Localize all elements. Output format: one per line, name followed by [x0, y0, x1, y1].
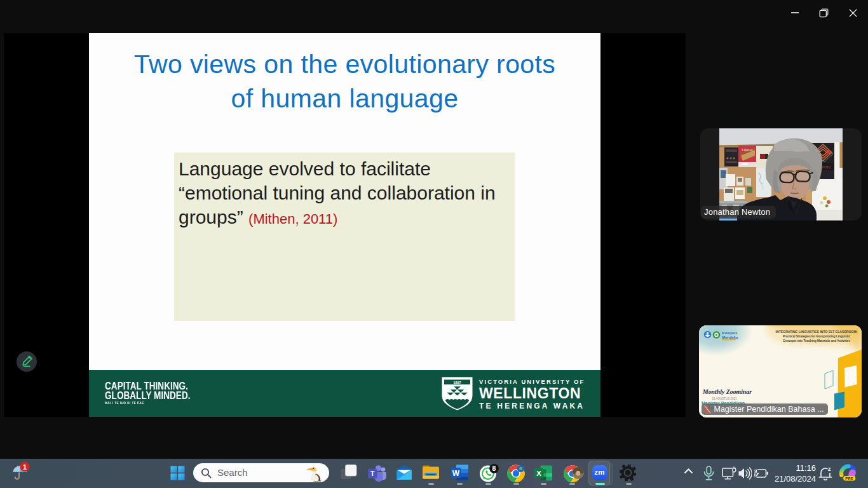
svg-text:8: 8: [492, 464, 496, 472]
svg-text:1897: 1897: [453, 381, 461, 384]
svg-text:Monthly Zoominar: Monthly Zoominar: [702, 388, 752, 395]
svg-text:X: X: [536, 470, 541, 477]
svg-text:INTEGRATING LINGUISTICS INTO E: INTEGRATING LINGUISTICS INTO ELT CLASSRO…: [776, 330, 858, 334]
svg-text:z: z: [828, 465, 831, 472]
svg-text:Merdeka: Merdeka: [722, 335, 738, 339]
svg-text:1: 1: [23, 463, 27, 471]
svg-text:Okina: Okina: [742, 147, 753, 152]
svg-text:21 AGUSTUS 2021: 21 AGUSTUS 2021: [712, 397, 737, 400]
svg-text:T: T: [370, 470, 375, 477]
svg-text:Concepts into Teaching Materia: Concepts into Teaching Materials and Act…: [783, 339, 850, 342]
svg-text:PRE: PRE: [845, 477, 853, 480]
svg-text:W: W: [452, 469, 460, 478]
svg-text:Practical Strategies for Incor: Practical Strategies for Incorporating L…: [783, 335, 850, 338]
